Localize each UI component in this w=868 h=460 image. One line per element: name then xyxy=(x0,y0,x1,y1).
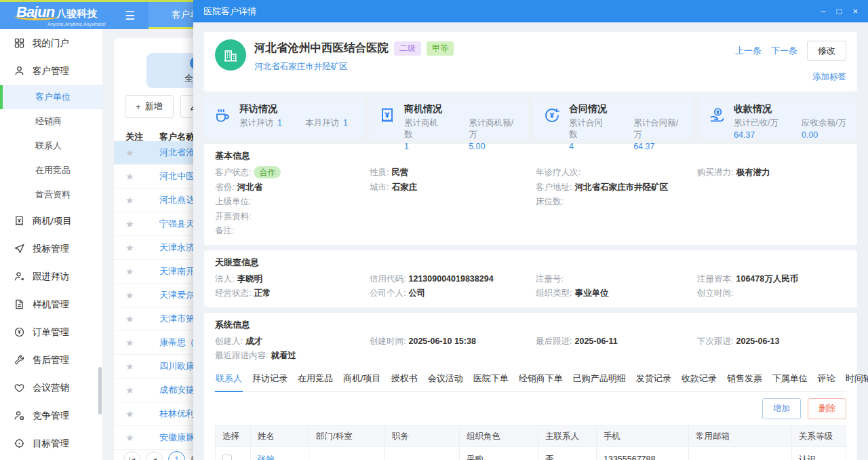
brand-logo-cn: 八骏科技 xyxy=(56,8,97,18)
contact-column-header: 部门/科室 xyxy=(309,426,385,447)
receipt-icon xyxy=(14,215,25,227)
minimize-icon[interactable]: – xyxy=(821,7,825,16)
detail-tab[interactable]: 拜访记录 xyxy=(252,365,288,391)
star-icon[interactable]: ★ xyxy=(125,171,159,182)
menu-toggle-icon[interactable]: ☰ xyxy=(125,9,135,23)
sidebar-item-label: 商机/项目 xyxy=(33,215,72,227)
star-icon[interactable]: ★ xyxy=(125,266,159,277)
customer-name-link[interactable]: 天津市第 xyxy=(159,313,195,325)
contact-name-link[interactable]: 张翰 xyxy=(258,455,275,460)
sidebar-scrollbar[interactable] xyxy=(98,367,102,415)
stat-card-title: 合同情况 xyxy=(569,103,686,115)
current-page-button[interactable]: 1 xyxy=(168,451,185,460)
sidebar-item[interactable]: 我的门户 xyxy=(0,29,102,57)
info-field: 公司个人:公司 xyxy=(370,286,536,301)
first-page-button[interactable]: |◀ xyxy=(123,451,140,460)
stat-metric-label: 累计商机数 xyxy=(404,117,446,140)
add-tag-link[interactable]: 添加标签 xyxy=(812,71,846,83)
add-contact-button[interactable]: 增加 xyxy=(762,398,801,419)
modify-button[interactable]: 修改 xyxy=(807,41,846,61)
customer-name-link[interactable]: 河北省沧 xyxy=(159,147,195,159)
customer-name-link[interactable]: 安徽康豚 xyxy=(159,432,195,444)
brand-logo[interactable]: Bajun 八骏科技 Anyone,Anytime,Anywhere! xyxy=(16,5,106,26)
info-field-label: 备注: xyxy=(215,226,234,235)
customer-name-link[interactable]: 河北中医 xyxy=(159,170,195,183)
detail-tab[interactable]: 收款记录 xyxy=(681,365,717,391)
detail-tab[interactable]: 时间轴 xyxy=(845,365,868,391)
info-field-value: 就看过 xyxy=(271,351,296,360)
star-icon[interactable]: ★ xyxy=(125,408,159,419)
info-field: 年诊疗人次: xyxy=(536,166,697,180)
sidebar-item[interactable]: 客户管理 xyxy=(0,57,102,85)
sidebar-item[interactable]: 联系人 xyxy=(0,134,102,158)
sidebar-item[interactable]: 售后管理 xyxy=(0,346,102,374)
customer-name-link[interactable]: 天津爱尔 xyxy=(159,289,195,301)
star-icon[interactable]: ★ xyxy=(125,361,159,372)
sidebar-item[interactable]: 商机/项目 xyxy=(0,207,102,235)
star-icon[interactable]: ★ xyxy=(125,432,159,443)
info-field-label: 上级单位: xyxy=(215,197,251,206)
detail-tab[interactable]: 授权书 xyxy=(391,365,418,391)
info-field: 床位数: xyxy=(536,195,697,210)
row-checkbox[interactable] xyxy=(222,455,232,460)
detail-tab[interactable]: 评论 xyxy=(817,365,836,391)
customer-name-link[interactable]: 桂林优利 xyxy=(159,408,195,420)
prev-page-button[interactable]: ◀ xyxy=(146,451,163,460)
customer-name-link[interactable]: 河北燕达 xyxy=(159,194,195,206)
info-field: 客户地址:河北省石家庄市井陉矿区 xyxy=(536,180,697,195)
detail-tab[interactable]: 商机/项目 xyxy=(342,365,382,391)
sidebar-item[interactable]: 会议营销 xyxy=(0,374,102,402)
prev-record-link[interactable]: 上一条 xyxy=(735,45,762,57)
customer-name-link[interactable]: 康蒂思（ xyxy=(159,337,195,349)
target-icon xyxy=(14,438,25,449)
detail-tab[interactable]: 在用竞品 xyxy=(297,365,334,391)
hospital-address-link[interactable]: 河北省石家庄市井陉矿区 xyxy=(254,61,348,73)
sidebar-item[interactable]: 竞争管理 xyxy=(0,402,102,429)
sidebar-item[interactable]: 样机管理 xyxy=(0,290,102,318)
detail-tab[interactable]: 已购产品明细 xyxy=(572,365,627,391)
contact-column-header: 职务 xyxy=(385,426,460,447)
sidebar-item[interactable]: 跟进拜访 xyxy=(0,263,102,290)
sidebar-item[interactable]: 在用竞品 xyxy=(0,158,102,183)
sidebar-item[interactable]: 经销商 xyxy=(0,109,102,134)
info-field: 开票资料: xyxy=(215,210,370,225)
system-info-section: 系统信息创建人:成才创建时间:2025-06-10 15:38最后跟进:2025… xyxy=(204,313,857,370)
sidebar-item[interactable]: 客户单位 xyxy=(0,85,102,109)
add-customer-button[interactable]: + 新增 xyxy=(125,95,174,118)
close-icon[interactable]: × xyxy=(852,7,858,16)
maximize-icon[interactable]: □ xyxy=(837,7,842,16)
detail-tab[interactable]: 销售发票 xyxy=(726,365,763,391)
customer-name-link[interactable]: 宁强县天 xyxy=(159,218,195,230)
detail-tab[interactable]: 经销商下单 xyxy=(518,365,564,391)
star-icon[interactable]: ★ xyxy=(125,147,159,158)
stat-metric: 累计合同额/万64.37 xyxy=(633,117,686,151)
grid-icon xyxy=(14,37,25,49)
detail-tab[interactable]: 发货记录 xyxy=(635,365,672,391)
sidebar-item[interactable]: 首营资料 xyxy=(0,183,102,207)
sidebar-item[interactable]: 投标管理 xyxy=(0,235,102,263)
teacup-icon xyxy=(214,103,233,133)
stat-metric-label: 累计合同数 xyxy=(569,117,610,140)
detail-tab[interactable]: 会议活动 xyxy=(427,365,464,391)
detail-tab[interactable]: 联系人 xyxy=(215,365,243,392)
star-icon[interactable]: ★ xyxy=(125,242,159,253)
info-field-label: 最近跟进内容: xyxy=(215,351,268,360)
detail-tab[interactable]: 下属单位 xyxy=(772,365,808,391)
star-icon[interactable]: ★ xyxy=(125,313,159,324)
stat-card-title: 收款情况 xyxy=(734,103,846,115)
detail-tab[interactable]: 医院下单 xyxy=(473,365,509,391)
customer-name-link[interactable]: 天津永济 xyxy=(159,242,195,254)
star-icon[interactable]: ★ xyxy=(125,385,159,396)
star-icon[interactable]: ★ xyxy=(125,195,159,206)
delete-contact-button[interactable]: 删除 xyxy=(808,398,846,419)
star-icon[interactable]: ★ xyxy=(125,218,159,229)
sidebar-item[interactable]: 目标管理 xyxy=(0,429,102,457)
star-icon[interactable]: ★ xyxy=(125,290,159,301)
sidebar-item[interactable]: 订单管理 xyxy=(0,318,102,346)
stat-cards-row: 拜访情况累计拜访1本月拜访1商机情况累计商机数1累计商机额/万5.00合同情况累… xyxy=(204,97,857,138)
star-icon[interactable]: ★ xyxy=(125,337,159,348)
customer-name-link[interactable]: 成都安捷 xyxy=(159,384,195,396)
customer-name-link[interactable]: 天津南开 xyxy=(159,265,195,277)
customer-name-link[interactable]: 四川欧康 xyxy=(159,360,195,372)
next-record-link[interactable]: 下一条 xyxy=(771,45,797,57)
